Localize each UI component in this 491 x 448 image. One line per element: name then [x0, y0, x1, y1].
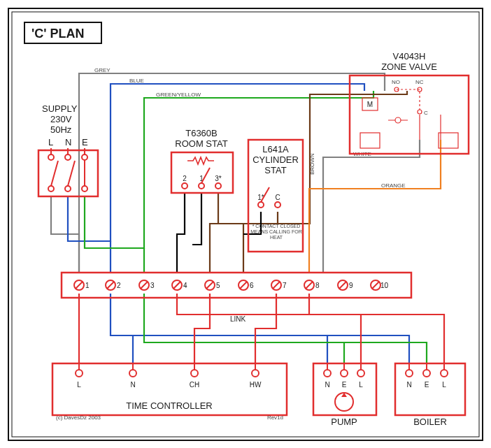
wire-label-orange: ORANGE	[381, 182, 406, 189]
svg-rect-65	[313, 363, 376, 415]
svg-point-74	[406, 370, 413, 377]
svg-point-4	[65, 154, 71, 160]
svg-point-6	[48, 186, 54, 192]
svg-line-53	[339, 282, 346, 289]
svg-line-51	[306, 282, 313, 289]
terminal-6: 6	[250, 282, 254, 289]
svg-rect-25	[360, 133, 380, 148]
cyl-stat-label2: STAT	[264, 165, 286, 175]
svg-point-22	[275, 202, 280, 208]
svg-point-76	[423, 370, 430, 377]
terminal-3: 3	[150, 282, 155, 289]
pump-l: L	[359, 381, 363, 389]
terminal-4: 4	[183, 282, 187, 289]
terminal-2: 2	[117, 282, 121, 289]
zone-valve-no: NO	[392, 79, 400, 85]
svg-rect-2	[38, 150, 98, 196]
svg-point-78	[441, 370, 448, 377]
svg-point-57	[76, 370, 83, 377]
boiler-e: E	[425, 381, 429, 389]
wire-label-blue: BLUE	[129, 78, 144, 84]
svg-point-17	[199, 183, 204, 189]
room-stat-model: T6360B	[185, 128, 218, 138]
cyl-stat-label: CYLINDER	[252, 154, 299, 165]
zone-valve-label: ZONE VALVE	[381, 62, 437, 72]
svg-rect-26	[439, 133, 458, 148]
svg-point-68	[341, 370, 348, 377]
svg-point-63	[252, 370, 259, 377]
svg-line-45	[206, 282, 213, 289]
svg-point-16	[182, 183, 187, 189]
terminal-9: 9	[349, 282, 353, 289]
cylinder-stat-block: L641A CYLINDER STAT 1* C * CONTACT CLOSE…	[248, 140, 303, 252]
room-stat-block: T6360B ROOM STAT 2 1 3*	[171, 128, 233, 193]
cyl-stat-model: L641A	[262, 144, 289, 154]
svg-point-59	[129, 370, 136, 377]
supply-freq: 50Hz	[50, 124, 72, 135]
link-label: LINK	[230, 315, 246, 323]
zone-valve-model: V4043H	[393, 51, 426, 62]
svg-point-66	[324, 370, 331, 377]
svg-point-18	[215, 183, 221, 189]
svg-line-41	[141, 282, 148, 289]
svg-point-21	[258, 202, 264, 208]
supply-block: SUPPLY 230V 50Hz L N E	[38, 103, 98, 196]
wire-label-grey: GREY	[94, 67, 111, 73]
cyl-stat-tc: C	[275, 194, 280, 201]
timectl-hw: HW	[250, 381, 262, 389]
copyright-text: (c) DavesDz 2003	[56, 414, 101, 421]
svg-point-5	[82, 154, 87, 160]
zone-valve-block: V4043H ZONE VALVE M NO NC C	[350, 51, 469, 154]
timectl-ch: CH	[190, 381, 199, 389]
svg-point-30	[418, 110, 422, 114]
pump-label: PUMP	[331, 417, 357, 427]
svg-line-55	[372, 282, 379, 289]
timectl-l: L	[77, 381, 81, 389]
svg-point-8	[82, 186, 87, 192]
pump-e: E	[342, 381, 347, 389]
room-stat-t3: 3*	[215, 175, 222, 182]
svg-line-39	[107, 282, 114, 289]
timectl-label: TIME CONTROLLER	[126, 400, 213, 411]
supply-l-label: L	[48, 137, 53, 147]
svg-line-10	[68, 161, 75, 186]
room-stat-label: ROOM STAT	[175, 138, 227, 149]
terminal-1: 1	[85, 282, 90, 289]
zone-valve-c: C	[424, 110, 428, 116]
cyl-stat-note: * CONTACT CLOSED MEANS CALLING FOR HEAT	[250, 224, 302, 240]
c-plan-diagram: 'C' PLAN GREY BLUE GREEN/YELLOW BROWN WH…	[0, 0, 491, 448]
supply-n-label: N	[65, 137, 71, 147]
supply-voltage: 230V	[50, 114, 72, 124]
zone-valve-m: M	[367, 101, 373, 108]
revision-text: Rev1d	[267, 414, 283, 421]
terminal-8: 8	[315, 282, 320, 289]
boiler-block: N E L BOILER	[395, 363, 465, 427]
boiler-n: N	[406, 381, 411, 389]
supply-e-label: E	[82, 137, 88, 147]
supply-label: SUPPLY	[42, 103, 78, 114]
boiler-label: BOILER	[413, 417, 447, 427]
boiler-l: L	[442, 381, 446, 389]
zone-valve-nc: NC	[415, 79, 424, 85]
time-controller-block: L N CH HW TIME CONTROLLER (c) DavesDz 20…	[52, 363, 287, 421]
svg-point-7	[65, 186, 71, 192]
svg-line-49	[273, 282, 280, 289]
terminal-strip: 1 2 3 4 5 6 7 8 9 10 LINK	[62, 273, 411, 323]
svg-point-61	[191, 370, 198, 377]
svg-rect-24	[350, 75, 469, 154]
pump-n: N	[325, 381, 329, 389]
terminal-10: 10	[380, 282, 389, 289]
wire-label-brown: BROWN	[309, 153, 315, 175]
wire-label-greenyellow: GREEN/YELLOW	[156, 92, 201, 98]
svg-line-47	[240, 282, 247, 289]
terminal-7: 7	[283, 282, 287, 289]
svg-line-9	[51, 161, 58, 186]
svg-rect-15	[171, 152, 233, 193]
title-text: 'C' PLAN	[31, 27, 85, 41]
svg-point-3	[48, 154, 54, 160]
room-stat-t2: 2	[183, 175, 187, 182]
svg-point-70	[357, 370, 364, 377]
timectl-n: N	[130, 381, 135, 389]
svg-line-43	[173, 282, 180, 289]
terminal-5: 5	[216, 282, 220, 289]
